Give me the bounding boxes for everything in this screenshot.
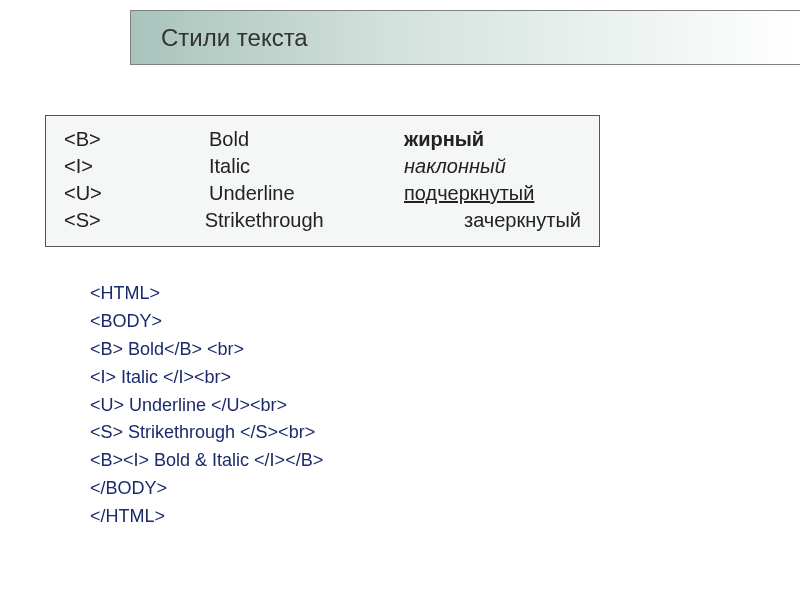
code-example: <HTML> <BODY> <B> Bold</B> <br> <I> Ital… <box>90 280 323 531</box>
rus-cell-strike: зачеркнутый <box>464 209 581 232</box>
table-row: <B> Bold жирный <box>46 126 599 153</box>
code-line: <S> Strikethrough </S><br> <box>90 419 323 447</box>
tag-cell: <B> <box>64 128 209 151</box>
tag-cell: <U> <box>64 182 209 205</box>
eng-cell: Underline <box>209 182 404 205</box>
table-row: <I> Italic наклонный <box>46 153 599 180</box>
code-line: <BODY> <box>90 308 323 336</box>
code-line: <I> Italic </I><br> <box>90 364 323 392</box>
tag-cell: <I> <box>64 155 209 178</box>
table-row: <U> Underline подчеркнутый <box>46 180 599 207</box>
tag-cell: <S> <box>64 209 205 232</box>
eng-cell: Strikethrough <box>205 209 394 232</box>
code-line: <B> Bold</B> <br> <box>90 336 323 364</box>
rus-cell-bold: жирный <box>404 128 484 151</box>
eng-cell: Italic <box>209 155 404 178</box>
styles-table: <B> Bold жирный <I> Italic наклонный <U>… <box>45 115 600 247</box>
code-line: <HTML> <box>90 280 323 308</box>
table-row: <S> Strikethrough зачеркнутый <box>46 207 599 234</box>
code-line: </HTML> <box>90 503 323 531</box>
rus-cell-underline: подчеркнутый <box>404 182 534 205</box>
rus-cell-italic: наклонный <box>404 155 506 178</box>
code-line: <B><I> Bold & Italic </I></B> <box>90 447 323 475</box>
header-bar: Стили текста <box>130 10 800 65</box>
header-title: Стили текста <box>161 24 308 52</box>
eng-cell: Bold <box>209 128 404 151</box>
code-line: <U> Underline </U><br> <box>90 392 323 420</box>
code-line: </BODY> <box>90 475 323 503</box>
